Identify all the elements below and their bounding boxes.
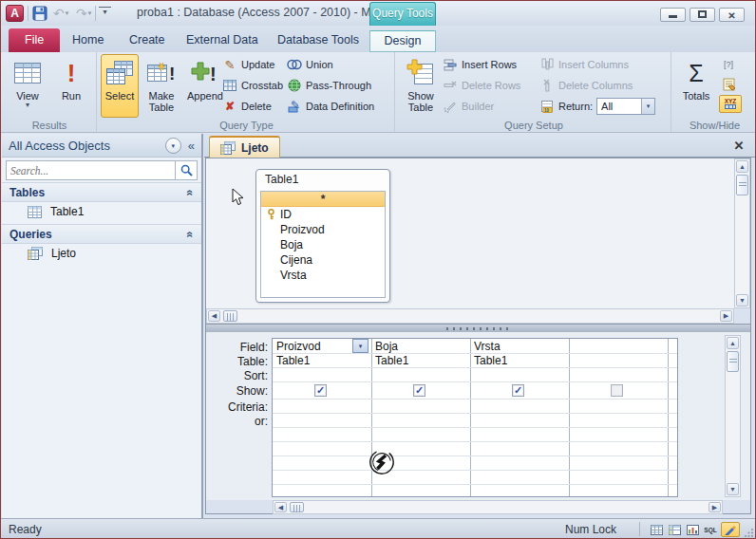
minimize-button[interactable] [660,8,686,22]
grid-scroll-up-button[interactable]: ▲ [727,337,739,349]
tab-home[interactable]: Home [60,30,116,52]
scroll-left-button[interactable]: ◀ [208,310,220,322]
field-cell-1[interactable]: Boja [371,340,466,353]
search-input[interactable] [6,160,176,180]
update-button[interactable]: ✎ Update [222,55,274,74]
field-cell-2[interactable]: Vrsta [470,340,565,353]
crosstab-button[interactable]: Crosstab [222,76,283,95]
return-combobox[interactable]: All ▾ [596,98,655,115]
property-sheet-button[interactable] [721,75,736,94]
insert-rows-button[interactable]: Insert Rows [443,55,517,74]
grid-scroll-down-button[interactable]: ▼ [727,483,739,495]
view-button[interactable]: View ▾ [7,54,48,118]
field-id-label: ID [280,207,292,222]
show-checkbox-2[interactable]: ✓ [512,384,524,397]
nav-group-tables[interactable]: Tables « [2,182,201,202]
scroll-up-button[interactable]: ▲ [736,160,748,173]
tab-design[interactable]: Design [369,30,436,52]
close-document-button[interactable]: ✕ [730,139,747,153]
upper-hscroll-thumb[interactable] [223,310,237,322]
resize-grip-icon[interactable] [745,527,754,539]
run-button[interactable]: ! Run [52,54,90,118]
grid-row-label-field: Field: [205,341,268,354]
nav-group-queries[interactable]: Queries « [2,224,201,244]
field-combo-dropdown[interactable]: ▾ [352,339,369,353]
search-button[interactable] [176,160,198,180]
field-row-boja[interactable]: Boja [261,237,385,252]
return-dropdown-arrow[interactable]: ▾ [641,99,654,114]
table-cell-0[interactable]: Table1 [273,354,368,367]
delete-rows-button[interactable]: Delete Rows [443,76,520,95]
undo-dropdown-arrow[interactable]: ▾ [66,9,69,17]
pivottable-view-button[interactable] [666,522,683,537]
grid-vertical-scrollbar[interactable]: ▲ ▼ [725,335,741,497]
select-query-button[interactable]: Select [101,54,139,118]
tab-external-data[interactable]: External Data [174,30,271,52]
field-row-vrsta[interactable]: Vrsta [261,268,385,283]
restore-button[interactable] [690,8,715,22]
table-cell-1[interactable]: Table1 [371,354,466,367]
field-row-id[interactable]: ID [261,207,385,222]
design-view-button[interactable] [721,522,740,537]
make-table-button[interactable]: ! Make Table [141,54,182,118]
table-cell-3[interactable] [569,354,664,367]
shutter-bar-close-button[interactable]: « [188,138,195,154]
collapse-queries-icon[interactable]: « [184,231,198,237]
pane-splitter[interactable] [206,324,750,332]
upper-vscroll-thumb[interactable] [736,175,748,195]
redo-button[interactable]: ↷▾ [76,4,91,22]
grid-hscroll-thumb[interactable] [290,502,304,512]
grid-vscroll-thumb[interactable] [727,351,739,372]
upper-horizontal-scrollbar[interactable]: ◀ ▶ [206,308,734,324]
document-tab-ljeto[interactable]: Ljeto [209,136,280,158]
nav-menu-dropdown-button[interactable]: ▾ [165,138,181,154]
redo-dropdown-arrow[interactable]: ▾ [88,9,92,17]
save-button[interactable] [32,4,47,22]
collapse-tables-icon[interactable]: « [184,189,198,195]
show-checkbox-1[interactable]: ✓ [413,384,425,397]
view-dropdown-arrow[interactable]: ▾ [26,102,29,109]
show-checkbox-3[interactable]: ✓ [611,384,623,397]
data-definition-button[interactable]: ✎ Data Definition [287,97,374,116]
return-control: 10 Return: All ▾ [539,97,655,116]
field-cell-0[interactable]: Proizvod [273,340,352,353]
grid-scroll-right-button[interactable]: ▶ [709,502,721,512]
totals-button[interactable]: Σ Totals [677,54,715,118]
parameters-button[interactable]: [?] [721,55,736,74]
scroll-right-button[interactable]: ▶ [720,310,732,322]
upper-vertical-scrollbar[interactable]: ▲ ▼ [734,158,750,308]
scroll-down-button[interactable]: ▼ [736,294,748,307]
field-row-cijena[interactable]: Cijena [261,252,385,268]
show-checkbox-0[interactable]: ✓ [314,384,327,397]
union-button[interactable]: Union [287,55,333,74]
table-names-button[interactable]: XYZ [719,94,742,113]
grid-horizontal-scrollbar[interactable]: ◀ ▶ [273,500,723,514]
delete-icon: ✘ [222,99,237,114]
tab-database-tools[interactable]: Database Tools [265,30,371,52]
table-cell-2[interactable]: Table1 [470,354,565,367]
field-row-proizvod[interactable]: Proizvod [261,222,385,237]
tab-create[interactable]: Create [117,30,178,52]
grid-scroll-left-button[interactable]: ◀ [274,502,287,512]
field-cell-3[interactable] [569,340,664,353]
nav-item-ljeto[interactable]: Ljeto [2,244,201,263]
field-list-table1[interactable]: Table1 * ID Proizvod Boja Cijena Vrsta [255,169,390,303]
pass-through-button[interactable]: Pass-Through [287,76,371,95]
datasheet-view-button[interactable] [648,522,665,537]
delete-button[interactable]: ✘ Delete [222,97,272,116]
field-row-star[interactable]: * [261,192,385,207]
append-button[interactable]: ! Append [184,54,226,118]
nav-item-table1[interactable]: Table1 [2,202,201,221]
pivotchart-view-button[interactable] [684,522,701,537]
nav-pane-header[interactable]: All Access Objects ▾ « [2,134,201,158]
tab-file[interactable]: File [9,28,60,52]
sql-view-button[interactable]: SQL [702,522,719,537]
builder-button[interactable]: Builder [443,97,494,116]
customize-quick-access-button[interactable]: ▾ [99,7,111,15]
undo-button[interactable]: ↶▾ [53,4,68,22]
insert-columns-button[interactable]: Insert Columns [539,55,629,74]
close-button[interactable]: ✕ [719,8,745,22]
access-app-icon[interactable]: A [6,5,24,22]
delete-columns-button[interactable]: Delete Columns [539,76,633,95]
show-table-button[interactable]: Show Table [400,54,442,118]
